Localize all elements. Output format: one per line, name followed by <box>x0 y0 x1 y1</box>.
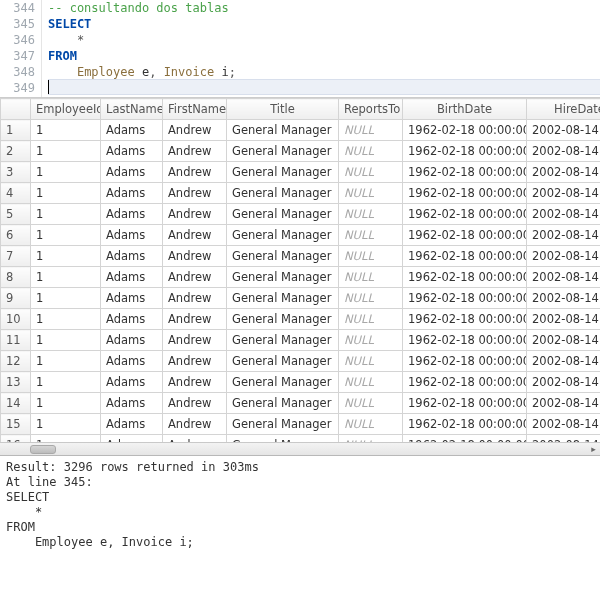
cell-lastname[interactable]: Adams <box>101 309 163 330</box>
row-header[interactable]: 14 <box>1 393 31 414</box>
cell-employeeid[interactable]: 1 <box>31 267 101 288</box>
cell-reportsto[interactable]: NULL <box>339 162 403 183</box>
cell-firstname[interactable]: Andrew <box>163 351 227 372</box>
cell-title[interactable]: General Manager <box>227 351 339 372</box>
cell-reportsto[interactable]: NULL <box>339 372 403 393</box>
cell-birthdate[interactable]: 1962-02-18 00:00:00 <box>403 309 527 330</box>
cell-employeeid[interactable]: 1 <box>31 120 101 141</box>
row-header[interactable]: 5 <box>1 204 31 225</box>
cell-reportsto[interactable]: NULL <box>339 267 403 288</box>
cell-reportsto[interactable]: NULL <box>339 120 403 141</box>
cell-employeeid[interactable]: 1 <box>31 372 101 393</box>
cell-employeeid[interactable]: 1 <box>31 414 101 435</box>
col-header-employeeid[interactable]: EmployeeId <box>31 99 101 120</box>
row-header[interactable]: 3 <box>1 162 31 183</box>
table-row[interactable]: 91AdamsAndrewGeneral ManagerNULL1962-02-… <box>1 288 601 309</box>
table-row[interactable]: 61AdamsAndrewGeneral ManagerNULL1962-02-… <box>1 225 601 246</box>
row-header[interactable]: 12 <box>1 351 31 372</box>
cell-reportsto[interactable]: NULL <box>339 309 403 330</box>
cell-birthdate[interactable]: 1962-02-18 00:00:00 <box>403 246 527 267</box>
cell-birthdate[interactable]: 1962-02-18 00:00:00 <box>403 351 527 372</box>
cell-firstname[interactable]: Andrew <box>163 141 227 162</box>
cell-employeeid[interactable]: 1 <box>31 204 101 225</box>
cell-reportsto[interactable]: NULL <box>339 183 403 204</box>
table-row[interactable]: 11AdamsAndrewGeneral ManagerNULL1962-02-… <box>1 120 601 141</box>
row-header[interactable]: 11 <box>1 330 31 351</box>
results-grid[interactable]: EmployeeId LastName FirstName Title Repo… <box>0 98 600 456</box>
cell-lastname[interactable]: Adams <box>101 330 163 351</box>
table-row[interactable]: 101AdamsAndrewGeneral ManagerNULL1962-02… <box>1 309 601 330</box>
cell-firstname[interactable]: Andrew <box>163 120 227 141</box>
cell-title[interactable]: General Manager <box>227 393 339 414</box>
table-row[interactable]: 41AdamsAndrewGeneral ManagerNULL1962-02-… <box>1 183 601 204</box>
cell-employeeid[interactable]: 1 <box>31 288 101 309</box>
cell-hiredate[interactable]: 2002-08-14 00:0 <box>527 288 601 309</box>
status-log[interactable]: Result: 3296 rows returned in 303ms At l… <box>0 456 600 596</box>
cell-title[interactable]: General Manager <box>227 414 339 435</box>
cell-hiredate[interactable]: 2002-08-14 00:0 <box>527 141 601 162</box>
cell-birthdate[interactable]: 1962-02-18 00:00:00 <box>403 267 527 288</box>
cell-birthdate[interactable]: 1962-02-18 00:00:00 <box>403 225 527 246</box>
cell-employeeid[interactable]: 1 <box>31 246 101 267</box>
cell-firstname[interactable]: Andrew <box>163 267 227 288</box>
cell-birthdate[interactable]: 1962-02-18 00:00:00 <box>403 288 527 309</box>
horizontal-scrollbar-thumb[interactable] <box>30 445 56 454</box>
editor-code[interactable]: -- consultando dos tablasSELECT *FROM Em… <box>42 0 600 97</box>
cell-hiredate[interactable]: 2002-08-14 00:0 <box>527 414 601 435</box>
row-header[interactable]: 9 <box>1 288 31 309</box>
row-header[interactable]: 4 <box>1 183 31 204</box>
cell-employeeid[interactable]: 1 <box>31 351 101 372</box>
cell-lastname[interactable]: Adams <box>101 141 163 162</box>
cell-lastname[interactable]: Adams <box>101 267 163 288</box>
cell-reportsto[interactable]: NULL <box>339 351 403 372</box>
sql-editor[interactable]: 344345346347348349 -- consultando dos ta… <box>0 0 600 98</box>
col-header-lastname[interactable]: LastName <box>101 99 163 120</box>
row-header[interactable]: 2 <box>1 141 31 162</box>
cell-hiredate[interactable]: 2002-08-14 00:0 <box>527 120 601 141</box>
cell-hiredate[interactable]: 2002-08-14 00:0 <box>527 330 601 351</box>
cell-lastname[interactable]: Adams <box>101 246 163 267</box>
cell-reportsto[interactable]: NULL <box>339 288 403 309</box>
cell-title[interactable]: General Manager <box>227 120 339 141</box>
cell-title[interactable]: General Manager <box>227 330 339 351</box>
cell-employeeid[interactable]: 1 <box>31 183 101 204</box>
table-row[interactable]: 121AdamsAndrewGeneral ManagerNULL1962-02… <box>1 351 601 372</box>
cell-firstname[interactable]: Andrew <box>163 246 227 267</box>
col-header-title[interactable]: Title <box>227 99 339 120</box>
table-row[interactable]: 31AdamsAndrewGeneral ManagerNULL1962-02-… <box>1 162 601 183</box>
cell-employeeid[interactable]: 1 <box>31 162 101 183</box>
row-header[interactable]: 13 <box>1 372 31 393</box>
cell-birthdate[interactable]: 1962-02-18 00:00:00 <box>403 120 527 141</box>
table-row[interactable]: 51AdamsAndrewGeneral ManagerNULL1962-02-… <box>1 204 601 225</box>
cell-hiredate[interactable]: 2002-08-14 00:0 <box>527 246 601 267</box>
table-row[interactable]: 151AdamsAndrewGeneral ManagerNULL1962-02… <box>1 414 601 435</box>
cell-title[interactable]: General Manager <box>227 204 339 225</box>
table-row[interactable]: 71AdamsAndrewGeneral ManagerNULL1962-02-… <box>1 246 601 267</box>
cell-hiredate[interactable]: 2002-08-14 00:0 <box>527 372 601 393</box>
cell-reportsto[interactable]: NULL <box>339 225 403 246</box>
cell-firstname[interactable]: Andrew <box>163 330 227 351</box>
cell-birthdate[interactable]: 1962-02-18 00:00:00 <box>403 393 527 414</box>
cell-title[interactable]: General Manager <box>227 162 339 183</box>
cell-lastname[interactable]: Adams <box>101 204 163 225</box>
cell-title[interactable]: General Manager <box>227 246 339 267</box>
row-header[interactable]: 6 <box>1 225 31 246</box>
cell-firstname[interactable]: Andrew <box>163 204 227 225</box>
cell-lastname[interactable]: Adams <box>101 372 163 393</box>
cell-firstname[interactable]: Andrew <box>163 183 227 204</box>
row-header[interactable]: 7 <box>1 246 31 267</box>
row-header[interactable]: 8 <box>1 267 31 288</box>
cell-lastname[interactable]: Adams <box>101 183 163 204</box>
col-header-hiredate[interactable]: HireDate <box>527 99 601 120</box>
cell-hiredate[interactable]: 2002-08-14 00:0 <box>527 267 601 288</box>
cell-birthdate[interactable]: 1962-02-18 00:00:00 <box>403 330 527 351</box>
cell-firstname[interactable]: Andrew <box>163 225 227 246</box>
table-row[interactable]: 141AdamsAndrewGeneral ManagerNULL1962-02… <box>1 393 601 414</box>
table-row[interactable]: 81AdamsAndrewGeneral ManagerNULL1962-02-… <box>1 267 601 288</box>
cell-lastname[interactable]: Adams <box>101 351 163 372</box>
cell-firstname[interactable]: Andrew <box>163 309 227 330</box>
row-header[interactable]: 15 <box>1 414 31 435</box>
cell-hiredate[interactable]: 2002-08-14 00:0 <box>527 393 601 414</box>
cell-hiredate[interactable]: 2002-08-14 00:0 <box>527 351 601 372</box>
col-header-reportsto[interactable]: ReportsTo <box>339 99 403 120</box>
